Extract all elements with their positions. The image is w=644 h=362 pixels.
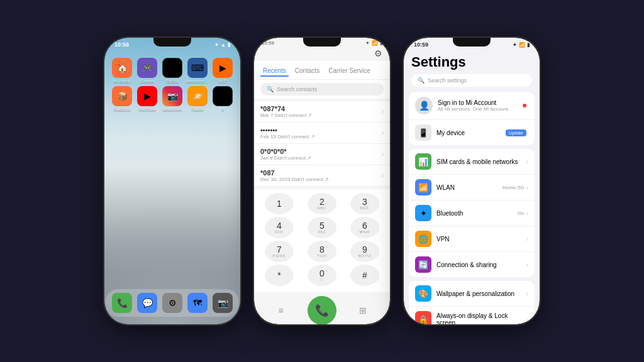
app-instagram[interactable]: 📷 Instagram [161, 86, 184, 112]
getapps-label: GetApps [113, 107, 130, 112]
app-getapps[interactable]: 📦 GetApps [111, 86, 133, 112]
my-device-item[interactable]: 📱 My device Update › [409, 120, 535, 145]
key-0[interactable]: 0+ [308, 265, 336, 286]
battery-icon: ▮ [228, 42, 230, 48]
tab-contacts[interactable]: Contacts [292, 66, 322, 77]
signal3-icon: 📶 [519, 42, 525, 48]
sign-in-item[interactable]: 👤 Sign in to Mi Account All Mi services.… [409, 92, 535, 120]
dock-messages[interactable]: 💬 [137, 293, 157, 313]
search-placeholder: Search contacts [277, 86, 318, 92]
settings-search-bar[interactable]: 🔍 Search settings [411, 74, 532, 87]
sim-icon: 📊 [415, 153, 431, 170]
vpn-label: VPN [436, 236, 526, 243]
app-swiftkey[interactable]: ⌨ Microsoft SwiftKey [186, 58, 209, 84]
account-section: 👤 Sign in to Mi Account All Mi services.… [409, 92, 535, 145]
bluetooth-status: On [518, 211, 525, 216]
dialpad: 1 2ABC 3DEF 4GHI 5JKL 6MNO 7PQRS 8TUV 9W… [254, 189, 390, 292]
account-content: Sign in to Mi Account All Mi services. O… [438, 99, 523, 112]
key-8[interactable]: 8TUV [308, 241, 336, 262]
lock-screen-item[interactable]: 🔒 Always-on display & Lock screen › [409, 307, 535, 324]
call-item-2[interactable]: ••••••• Feb 19 Didn't connect ↗ › [254, 123, 390, 144]
call-item-4[interactable]: *087 Dec 30, 2023 Didn't connect ↗ › [254, 165, 390, 187]
key-4[interactable]: 4GHI [265, 217, 294, 238]
tiktok-icon: ♪ [162, 58, 182, 78]
call-number-1: *087*74 [260, 105, 312, 112]
connection-content: Connection & sharing [436, 261, 526, 268]
x-label: X [221, 107, 225, 112]
wlan-label: WLAN [436, 184, 502, 191]
key-2[interactable]: 2ABC [308, 193, 336, 214]
dialpad-grid-button[interactable]: ⊞ [348, 296, 377, 324]
tab-carrier-service[interactable]: Carrier Service [326, 66, 373, 77]
wlan-chevron: › [526, 184, 528, 191]
app-vlc[interactable]: ▶ VLC [211, 58, 234, 84]
connection-icon: 🔄 [415, 256, 431, 273]
dock-phone[interactable]: 📞 [112, 293, 132, 313]
game-label: Game [191, 107, 203, 112]
call-number-4: *087 [260, 169, 329, 177]
sim-cards-item[interactable]: 📊 SIM cards & mobile networks › [409, 149, 535, 175]
wallpaper-item[interactable]: 🎨 Wallpaper & personalization › [409, 281, 535, 307]
device-content: My device [436, 129, 506, 136]
dialpad-row-4: * 0+ # [258, 265, 386, 286]
call-info-3: Jan 8 Didn't connect ↗ [260, 155, 311, 161]
bt3-icon: ✦ [513, 42, 517, 48]
wlan-content: WLAN [436, 184, 502, 191]
sim-content: SIM cards & mobile networks [436, 158, 526, 165]
vlc-label: VLC [218, 79, 227, 84]
dialer-settings-button[interactable]: ⚙ [374, 48, 382, 58]
wlan-item[interactable]: 📶 WLAN Home-5G › [409, 175, 535, 200]
battery2-icon: ▮ [380, 40, 382, 46]
sign-in-sub: All Mi services. One Mi Account. [438, 106, 523, 112]
connection-sharing-item[interactable]: 🔄 Connection & sharing › [409, 252, 535, 277]
app-youtube[interactable]: ▶ YouTube [136, 86, 158, 112]
sim-chevron: › [526, 158, 528, 165]
call-item-3[interactable]: 0*0*0*0* Jan 8 Didn't connect ↗ › [254, 144, 390, 165]
key-6[interactable]: 6MNO [350, 217, 379, 238]
dock-maps[interactable]: 🗺 [187, 293, 208, 313]
wlan-right: Home-5G › [502, 184, 528, 191]
call-info-1: Mar 7 Didn't connect ↗ [260, 112, 312, 118]
dock-settings[interactable]: ⚙ [162, 293, 182, 313]
dock-camera[interactable]: 📷 [213, 293, 233, 313]
key-hash[interactable]: # [350, 265, 379, 286]
key-5[interactable]: 5JKL [308, 217, 336, 238]
youtube-icon: ▶ [137, 86, 157, 106]
battery3-icon: ▮ [527, 42, 530, 48]
app-tiktok[interactable]: ♪ TikTok [161, 58, 184, 84]
call-button[interactable]: 📞 [308, 296, 336, 324]
tab-recents[interactable]: Recents [260, 66, 289, 77]
vpn-item[interactable]: 🌐 VPN › [409, 226, 535, 252]
call-info-2: Feb 19 Didn't connect ↗ [260, 134, 315, 140]
dock: 📞 💬 ⚙ 🗺 📷 [106, 289, 239, 317]
wallpaper-label: Wallpaper & personalization [436, 290, 526, 297]
vpn-content: VPN [436, 236, 526, 243]
app-mi-home[interactable]: 🏠 Mi Home [111, 58, 133, 84]
settings-search-icon: 🔍 [418, 77, 425, 84]
dialer-status-icons: ✦ 📶 ▮ [365, 40, 382, 46]
key-7[interactable]: 7PQRS [265, 241, 294, 262]
key-star[interactable]: * [265, 265, 294, 286]
notch3 [453, 38, 491, 47]
app-row-2: 📦 GetApps ▶ YouTube 📷 Instagram 🪐 Game ✕ [109, 86, 235, 112]
swiftkey-icon: ⌨ [187, 58, 208, 78]
bluetooth-chevron: › [526, 210, 528, 217]
bluetooth-icon: ✦ [214, 42, 219, 48]
contact-search-input[interactable]: 🔍 Search contacts [260, 83, 384, 96]
bluetooth-item[interactable]: ✦ Bluetooth On › [409, 200, 535, 226]
app-games[interactable]: 🎮 Games [136, 58, 158, 84]
bluetooth-content: Bluetooth [436, 210, 518, 217]
app-game[interactable]: 🪐 Game [186, 86, 209, 112]
dialpad-menu-button[interactable]: ≡ [267, 296, 296, 324]
key-3[interactable]: 3DEF [350, 193, 379, 214]
settings-title: Settings [411, 54, 532, 70]
app-x[interactable]: ✕ X [211, 86, 234, 112]
phone1-home: 10:58 ✦ ▲ ▮ 🏠 Mi Home 🎮 Games ♪ TikTo [103, 36, 242, 326]
key-9[interactable]: 9WXYZ [350, 241, 379, 262]
settings-status-icons: ✦ 📶 ▮ [513, 42, 530, 48]
call-number-2: ••••••• [260, 126, 315, 134]
bluetooth-label: Bluetooth [436, 210, 518, 217]
call-item-1[interactable]: *087*74 Mar 7 Didn't connect ↗ › [254, 101, 390, 123]
key-1[interactable]: 1 [265, 193, 294, 214]
device-label: My device [436, 129, 506, 136]
